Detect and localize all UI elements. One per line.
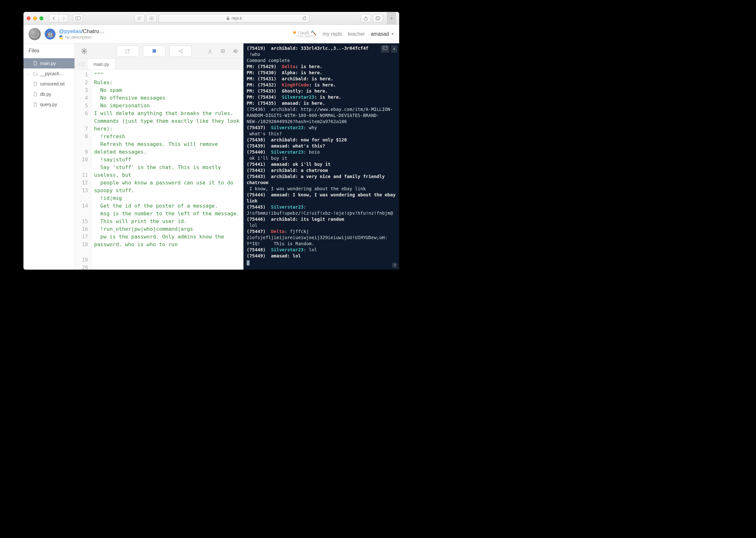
hammer-icon: 🔨 <box>310 30 317 35</box>
files-panel: Files main.py›__pycach…censored.txtdb.py… <box>24 43 75 270</box>
file-tab-main[interactable]: main.py <box>88 59 115 70</box>
code-editor[interactable]: 1 2 3 4 5 6 7 8 9 10 11 12 13 14 15 16 1… <box>75 70 243 270</box>
close-window-button[interactable] <box>27 16 30 20</box>
console-help-icon[interactable]: ? <box>392 263 397 268</box>
nav-my-repls[interactable]: my repls <box>322 31 342 37</box>
files-heading: Files <box>24 43 74 58</box>
user-menu[interactable]: amasad ▼ <box>371 31 394 37</box>
address-bar[interactable]: repl.it <box>159 14 309 23</box>
svg-rect-31 <box>221 49 225 53</box>
share-repl-button[interactable] <box>169 46 192 57</box>
file-icon <box>33 102 38 107</box>
file-name-label: main.py <box>40 61 56 66</box>
replit-logo[interactable] <box>28 28 41 40</box>
svg-rect-34 <box>81 63 84 66</box>
address-bar-group: repl.it <box>86 14 358 23</box>
window-controls <box>27 16 43 20</box>
console-line: (75449) amasad: lol <box>247 253 396 259</box>
app-header: 🤖 @pyelias/Chatro… No description I buil… <box>24 25 399 43</box>
tabs-button[interactable] <box>373 14 383 23</box>
add-button[interactable] <box>146 14 157 23</box>
code-line: """ <box>94 71 241 79</box>
reader-button[interactable] <box>134 14 145 23</box>
export-button[interactable] <box>117 46 139 57</box>
console-line: PM: (75434) Silverstar23: is here. <box>247 94 396 100</box>
notes-button[interactable] <box>219 48 227 54</box>
editor-panel: main.py 1 2 3 4 5 6 7 8 9 10 11 12 13 14… <box>75 43 243 270</box>
console-open-icon[interactable] <box>381 45 389 53</box>
console-line: PM: (75435) amasad: is here. <box>247 100 396 106</box>
no-description-label: No description <box>65 35 92 39</box>
code-line: Rules: <box>94 79 241 86</box>
maximize-window-button[interactable] <box>39 16 43 20</box>
svg-line-20 <box>82 52 83 53</box>
file-item[interactable]: censored.txt <box>24 79 74 89</box>
console-line: (75443) archibald: a very nice and famil… <box>247 174 396 186</box>
file-icon <box>33 61 38 66</box>
svg-rect-0 <box>76 16 81 20</box>
svg-point-25 <box>181 49 182 50</box>
console-panel[interactable]: ✕ (75419) archibald: 333rl43rlc.,3..-3r0… <box>243 43 399 270</box>
console-line: PM: (75431) archibald: is here. <box>247 76 396 82</box>
project-info: @pyelias/Chatro… No description <box>59 28 105 39</box>
console-line: PM: (75432) KingOfCode: is here. <box>247 82 396 88</box>
console-line: (75441) amasad: ok i'll buy it <box>247 161 396 167</box>
svg-rect-8 <box>227 18 229 20</box>
lock-icon <box>226 16 230 20</box>
sidebar-toggle-button[interactable] <box>73 14 83 23</box>
file-item[interactable]: db.py <box>24 89 74 99</box>
settings-button[interactable] <box>79 46 90 57</box>
svg-point-26 <box>181 52 182 53</box>
minimize-window-button[interactable] <box>33 16 37 20</box>
project-owner[interactable]: @pyelias <box>59 28 81 34</box>
console-line: lol <box>247 222 396 229</box>
repo-avatar[interactable]: 🤖 <box>45 28 56 39</box>
file-name-label: db.py <box>40 91 51 97</box>
console-line: (75440) Silverstar23: boio <box>247 149 396 155</box>
chevron-down-icon: ▼ <box>391 32 394 36</box>
i-built-this-badge[interactable]: I built🔨 THIS (WEB) <box>293 30 317 38</box>
svg-rect-11 <box>376 17 379 20</box>
svg-line-28 <box>180 51 181 52</box>
console-line: (75448) Silverstar23: lol <box>247 247 396 253</box>
console-controls: ✕ <box>381 45 397 53</box>
svg-rect-12 <box>377 16 380 19</box>
console-line: PM: (75433) Ghostly: is here. <box>247 88 396 94</box>
svg-line-18 <box>82 49 83 49</box>
nav-teacher[interactable]: teacher <box>348 31 365 37</box>
file-item[interactable]: main.py <box>24 58 74 69</box>
svg-line-21 <box>85 49 86 49</box>
url-host: repl.it <box>232 16 242 21</box>
download-button[interactable] <box>206 48 214 54</box>
code-line: msg is the number to the left of the mes… <box>94 210 241 218</box>
project-description: No description <box>59 35 105 39</box>
code-line: !refresh <box>94 133 241 140</box>
code-line: Get the id of the poster of a message. <box>94 202 241 210</box>
new-tab-button[interactable]: + <box>387 12 396 25</box>
svg-point-24 <box>178 50 180 52</box>
share-button[interactable] <box>361 14 371 23</box>
tab-history-nav[interactable] <box>75 59 88 70</box>
project-name[interactable]: Chatro… <box>83 28 105 34</box>
console-close-icon[interactable]: ✕ <box>391 45 397 53</box>
code-line: Say 'stuff' in the chat. This is mostly … <box>94 164 241 179</box>
reload-icon[interactable] <box>302 16 307 21</box>
package-button[interactable] <box>232 48 240 54</box>
file-item[interactable]: query.py <box>24 99 74 110</box>
folder-item[interactable]: ›__pycach… <box>24 69 74 79</box>
code-line: No spam <box>94 86 241 94</box>
stop-button[interactable] <box>143 46 165 57</box>
console-line: I know, I was wondering about the ebay l… <box>247 186 396 192</box>
code-line: No offensive messages <box>94 94 241 102</box>
nav-back-forward <box>49 14 69 23</box>
editor-tabs: main.py <box>75 59 243 70</box>
project-path: @pyelias/Chatro… <box>59 28 105 35</box>
console-line: PM: (75430) Alpha: is here. <box>247 70 396 76</box>
console-line: ok i'll buy it <box>247 155 396 161</box>
code-line: !say|stuff <box>94 156 241 164</box>
file-icon <box>33 81 38 86</box>
code-line: !run_other|pw|who|command|args <box>94 225 241 233</box>
forward-button[interactable] <box>59 14 69 23</box>
console-line: (75447) Delta: fjffckj ziofsjefljieijore… <box>247 229 396 247</box>
back-button[interactable] <box>49 14 59 23</box>
